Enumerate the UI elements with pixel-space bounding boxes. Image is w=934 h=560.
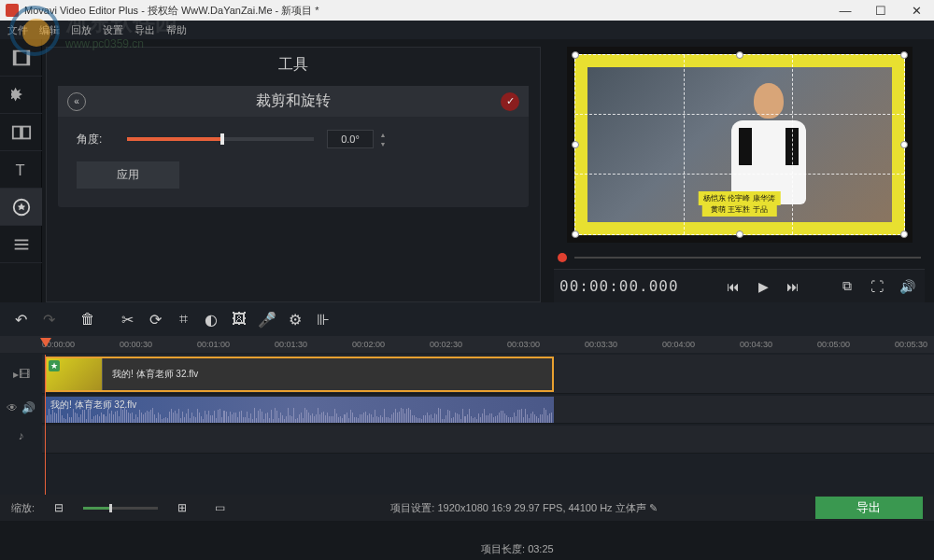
status-bar: 缩放: ⊟ ⊞ ▭ 项目设置: 1920x1080 16:9 29.97 FPS… — [0, 495, 934, 521]
tool-stickers[interactable] — [0, 189, 42, 226]
ruler-mark: 00:05:30 — [895, 340, 927, 349]
menu-help[interactable]: 帮助 — [166, 23, 187, 37]
title-bar: Movavi Video Editor Plus - 授权给 WwW.DaYan… — [0, 0, 934, 21]
timeline-toolbar: ↶ ↷ 🗑 ✂ ⟳ ⌗ ◐ 🖼 🎤 ⚙ ⊪ — [0, 302, 934, 336]
side-toolbar: T — [0, 39, 42, 302]
menu-playback[interactable]: 回放 — [71, 23, 92, 37]
crop-button[interactable]: ⌗ — [170, 306, 196, 332]
video-track-icon[interactable]: ▸🎞 — [0, 355, 42, 394]
menu-settings[interactable]: 设置 — [103, 23, 123, 37]
timeline: 00:00:00 00:00:30 00:01:00 00:01:30 00:0… — [0, 336, 934, 495]
close-button[interactable]: ✕ — [899, 0, 934, 21]
tool-more[interactable] — [0, 226, 42, 263]
crop-rotate-title: 裁剪和旋转 — [256, 91, 331, 111]
main-area: T 工具 « 裁剪和旋转 ✓ 角度: 0.0° ▲▼ — [0, 39, 934, 302]
export-button[interactable]: 导出 — [815, 497, 923, 519]
ruler-mark: 00:04:30 — [740, 340, 772, 349]
ruler-mark: 00:00:30 — [120, 340, 152, 349]
minimize-button[interactable]: — — [828, 0, 863, 21]
ruler-mark: 00:03:30 — [585, 340, 617, 349]
angle-label: 角度: — [77, 132, 114, 147]
ruler-mark: 00:05:00 — [817, 340, 850, 349]
zoom-in-button[interactable]: ⊞ — [169, 495, 195, 521]
menu-bar: 文件 编辑 回放 设置 导出 帮助 — [0, 21, 934, 39]
star-icon: ★ — [49, 360, 60, 371]
menu-file[interactable]: 文件 — [7, 23, 28, 37]
project-settings: 1920x1080 16:9 29.97 FPS, 44100 Hz 立体声 — [437, 502, 645, 513]
zoom-slider[interactable] — [83, 507, 158, 510]
ruler-mark: 00:01:00 — [197, 340, 230, 349]
rotate-button[interactable]: ⟳ — [142, 306, 168, 332]
preview-canvas[interactable]: 杨恺东 伦宇峰 康华涛 黄萌 王军胜 于品 — [567, 47, 913, 243]
svg-rect-2 — [26, 50, 29, 64]
tool-filters[interactable] — [0, 77, 42, 114]
svg-rect-1 — [13, 50, 16, 64]
tool-media[interactable] — [0, 39, 42, 77]
angle-stepper[interactable]: ▲▼ — [377, 130, 389, 148]
ruler-mark: 00:03:00 — [507, 340, 540, 349]
crop-rotate-section: « 裁剪和旋转 ✓ 角度: 0.0° ▲▼ 应用 — [58, 86, 529, 207]
detach-button[interactable]: ⧉ — [835, 274, 859, 299]
video-clip[interactable]: ★ 我的! 体育老师 32.flv — [45, 357, 554, 392]
apply-button[interactable]: 应用 — [77, 161, 179, 189]
back-button[interactable]: « — [67, 92, 86, 111]
ruler-mark: 00:02:30 — [430, 340, 462, 349]
project-duration: 03:25 — [528, 543, 554, 554]
video-caption-2: 黄萌 王军胜 于品 — [701, 203, 776, 217]
audio-clip[interactable]: 我的! 体育老师 32.flv — [45, 397, 554, 423]
image-button[interactable]: 🖼 — [226, 306, 252, 332]
music-track-icon[interactable]: ♪ — [0, 422, 42, 450]
delete-button[interactable]: 🗑 — [75, 306, 101, 332]
zoom-fit-button[interactable]: ▭ — [206, 495, 233, 521]
music-track[interactable] — [42, 426, 934, 454]
fullscreen-button[interactable]: ⛶ — [865, 274, 889, 299]
settings-button[interactable]: ⚙ — [282, 306, 308, 332]
playhead[interactable] — [45, 355, 46, 495]
timeline-ruler[interactable]: 00:00:00 00:00:30 00:01:00 00:01:30 00:0… — [0, 336, 934, 353]
menu-edit[interactable]: 编辑 — [39, 23, 60, 37]
ruler-mark: 00:04:00 — [662, 340, 695, 349]
angle-value[interactable]: 0.0° — [327, 130, 374, 148]
tools-panel: 工具 « 裁剪和旋转 ✓ 角度: 0.0° ▲▼ 应用 — [46, 47, 541, 302]
redo-button[interactable]: ↷ — [35, 306, 62, 332]
ruler-mark: 00:01:30 — [275, 340, 307, 349]
window-title: Movavi Video Editor Plus - 授权给 WwW.DaYan… — [24, 4, 319, 18]
audio-track-icon[interactable]: 👁 🔊 — [0, 394, 42, 422]
zoom-label: 缩放: — [11, 501, 35, 515]
confirm-button[interactable]: ✓ — [501, 92, 519, 111]
video-track[interactable]: ★ 我的! 体育老师 32.flv — [42, 355, 934, 394]
svg-text:T: T — [15, 161, 24, 177]
color-button[interactable]: ◐ — [198, 306, 224, 332]
menu-export[interactable]: 导出 — [134, 23, 155, 37]
mic-button[interactable]: 🎤 — [254, 306, 280, 332]
panel-title: 工具 — [47, 48, 540, 82]
svg-rect-4 — [21, 126, 29, 138]
timecode-display: 00:00:00.000 — [559, 277, 679, 295]
preview-scrubber[interactable] — [554, 250, 925, 265]
tool-titles[interactable]: T — [0, 151, 42, 189]
next-frame-button[interactable]: ⏭ — [781, 274, 805, 299]
video-clip-name: 我的! 体育老师 32.flv — [103, 368, 198, 381]
clip-thumbnail: ★ — [47, 358, 103, 390]
equalizer-button[interactable]: ⊪ — [310, 306, 336, 332]
angle-slider[interactable] — [127, 137, 314, 141]
prev-frame-button[interactable]: ⏮ — [721, 274, 745, 299]
tool-transitions[interactable] — [0, 114, 42, 151]
app-icon — [6, 4, 19, 17]
record-indicator-icon — [558, 253, 567, 262]
volume-button[interactable]: 🔊 — [895, 274, 919, 299]
zoom-out-button[interactable]: ⊟ — [46, 495, 72, 521]
project-settings-label: 项目设置: — [390, 502, 434, 513]
svg-rect-3 — [12, 126, 20, 138]
preview-pane: 杨恺东 伦宇峰 康华涛 黄萌 王军胜 于品 00:00:00.000 ⏮ ▶ — [545, 39, 934, 302]
play-button[interactable]: ▶ — [751, 274, 775, 299]
cut-button[interactable]: ✂ — [114, 306, 140, 332]
duration-label: 项目长度: — [481, 543, 525, 554]
preview-controls: 00:00:00.000 ⏮ ▶ ⏭ ⧉ ⛶ 🔊 — [554, 269, 925, 302]
maximize-button[interactable]: ☐ — [863, 0, 899, 21]
audio-track[interactable]: 我的! 体育老师 32.flv — [42, 396, 934, 424]
ruler-mark: 00:02:00 — [352, 340, 385, 349]
undo-button[interactable]: ↶ — [7, 306, 34, 332]
